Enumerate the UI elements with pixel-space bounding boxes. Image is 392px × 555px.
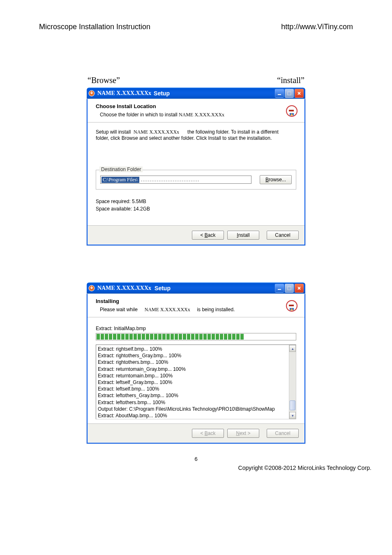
browse-button[interactable]: Browse... bbox=[260, 175, 292, 184]
cancel-button: Cancel bbox=[267, 429, 299, 438]
dialog-subheading: Choose the folder in which to install NA… bbox=[100, 112, 286, 118]
svg-rect-9 bbox=[288, 287, 291, 290]
scroll-thumb[interactable] bbox=[290, 400, 295, 410]
back-button[interactable]: < Back bbox=[192, 231, 224, 240]
svg-rect-8 bbox=[278, 289, 281, 290]
next-button: Next > bbox=[227, 429, 259, 438]
installer-logo-icon bbox=[286, 105, 298, 117]
window-title-setup: Setup bbox=[154, 90, 170, 97]
scroll-down-button[interactable]: ▾ bbox=[289, 412, 296, 419]
copyright: Copyright ©2008-2012 MicroLinks Technolo… bbox=[0, 465, 392, 471]
svg-rect-2 bbox=[288, 92, 291, 95]
installer-icon bbox=[88, 90, 95, 97]
destination-folder-label: Destination Folder bbox=[99, 166, 143, 172]
svg-rect-5 bbox=[289, 110, 294, 111]
maximize-button bbox=[285, 89, 294, 98]
installer-icon bbox=[88, 285, 95, 291]
titlebar[interactable]: NAME X.XXX.XXXx Setup bbox=[87, 88, 305, 99]
dialog-heading: Choose Install Location bbox=[96, 103, 286, 109]
page-number: 6 bbox=[39, 456, 353, 462]
window-title-name: NAME X.XXX.XXXx bbox=[97, 90, 151, 97]
install-log-text: Extract: rightself.bmp... 100%Extract: r… bbox=[96, 345, 289, 419]
doc-title-right: http://www.ViTiny.com bbox=[281, 23, 353, 31]
minimize-button[interactable] bbox=[275, 89, 284, 98]
doc-title-left: Microscope Installation Instruction bbox=[39, 23, 150, 31]
annotation-browse: “Browse” bbox=[88, 76, 120, 85]
install-location-dialog: NAME X.XXX.XXXx Setup Choose Install Loc… bbox=[87, 88, 305, 245]
back-button: < Back bbox=[192, 429, 224, 438]
titlebar[interactable]: NAME X.XXX.XXXx Setup bbox=[87, 282, 305, 294]
install-description: Setup will install NAME X.XXX.XXXx the f… bbox=[96, 129, 296, 141]
maximize-button bbox=[285, 284, 294, 293]
annotation-install: “install” bbox=[277, 76, 304, 85]
log-scrollbar[interactable]: ▴ ▾ bbox=[289, 345, 296, 419]
space-available: Space available: 14.2GB bbox=[96, 205, 296, 213]
close-button[interactable] bbox=[295, 89, 304, 98]
progress-status-label: Extract: InitialMap.bmp bbox=[96, 326, 296, 331]
dialog-heading: Installing bbox=[96, 298, 286, 304]
cancel-button[interactable]: Cancel bbox=[267, 231, 299, 240]
close-button[interactable] bbox=[295, 284, 304, 293]
svg-rect-1 bbox=[278, 94, 281, 95]
destination-folder-input[interactable]: C:\Program Files\ ......................… bbox=[100, 176, 251, 184]
scroll-up-button[interactable]: ▴ bbox=[289, 345, 296, 352]
destination-folder-group: Destination Folder C:\Program Files\ ...… bbox=[96, 170, 296, 190]
installing-dialog: NAME X.XXX.XXXx Setup Installing Please … bbox=[87, 282, 305, 444]
installer-logo-icon bbox=[286, 300, 298, 312]
window-title-name: NAME X.XXX.XXXx bbox=[97, 285, 151, 291]
window-title-setup: Setup bbox=[154, 285, 171, 291]
minimize-button[interactable] bbox=[275, 284, 284, 293]
dialog-subheading: Please wait while NAME X.XXX.XXXx is bei… bbox=[100, 307, 286, 313]
progress-bar bbox=[96, 333, 296, 340]
space-required: Space required: 5.5MB bbox=[96, 198, 296, 205]
svg-rect-12 bbox=[289, 305, 294, 306]
install-log: Extract: rightself.bmp... 100%Extract: r… bbox=[96, 345, 296, 419]
install-button[interactable]: Install bbox=[227, 231, 259, 240]
